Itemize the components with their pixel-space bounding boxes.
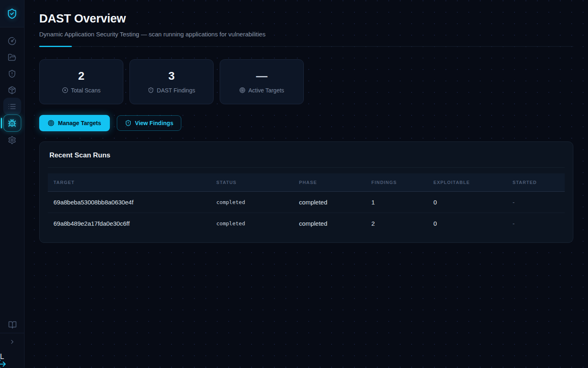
sidebar-item-docs[interactable]: [0, 316, 24, 333]
table-row[interactable]: 69a8b489e2a17fda0e30c6ff completed compl…: [48, 213, 565, 234]
sidebar-item-dashboard[interactable]: [0, 33, 24, 49]
stats-row: 2 Total Scans 3 DAST Findings —: [39, 59, 573, 104]
main-content: DAST Overview Dynamic Application Securi…: [24, 0, 588, 368]
sidebar-item-projects[interactable]: [0, 49, 24, 65]
column-header-started: Started: [507, 173, 565, 191]
sidebar-item-settings[interactable]: [0, 132, 24, 148]
cell-findings: 1: [366, 191, 428, 213]
sidebar-item-box: [3, 114, 21, 132]
column-header-status: Status: [211, 173, 294, 191]
sidebar: L: [0, 0, 24, 368]
target-icon: [239, 87, 245, 93]
view-findings-button[interactable]: View Findings: [117, 115, 182, 131]
cell-findings: 2: [366, 213, 428, 234]
manage-targets-label: Manage Targets: [58, 120, 101, 126]
panel-title: Recent Scan Runs: [48, 142, 565, 168]
bug-icon: [8, 119, 16, 128]
folder-icon: [8, 53, 16, 62]
active-indicator-bar: [1, 118, 2, 128]
logout-button[interactable]: [0, 359, 7, 368]
chevron-right-icon: [9, 339, 16, 345]
sidebar-item-dast[interactable]: [0, 114, 24, 132]
scan-runs-table: Target Status Phase Findings Exploitable…: [48, 173, 565, 234]
recent-scan-runs-panel: Recent Scan Runs Target Status Phase Fin…: [39, 141, 573, 243]
stat-label: Active Targets: [239, 87, 284, 94]
target-icon: [48, 120, 54, 126]
shield-alert-icon: [148, 87, 154, 93]
cell-started: -: [507, 191, 565, 213]
page-title: DAST Overview: [39, 0, 573, 25]
sidebar-item-box: [3, 98, 21, 115]
stat-value: 3: [168, 70, 175, 82]
stat-label: Total Scans: [62, 87, 100, 94]
shield-check-icon: [7, 8, 18, 19]
cell-phase: completed: [293, 213, 365, 234]
sidebar-item-packages[interactable]: [0, 82, 24, 98]
stat-label: DAST Findings: [148, 87, 195, 94]
actions-row: Manage Targets View Findings: [39, 115, 573, 131]
column-header-phase: Phase: [293, 173, 365, 191]
cell-status: completed: [211, 213, 294, 234]
app-logo[interactable]: [0, 0, 24, 27]
gauge-icon: [8, 37, 16, 45]
sidebar-item-scan-list[interactable]: [0, 98, 24, 114]
table-row[interactable]: 69a8beba53008bb8a0630e4f completed compl…: [48, 191, 565, 213]
sidebar-collapse-toggle[interactable]: [0, 334, 24, 350]
cell-started: -: [507, 213, 565, 234]
page-subtitle: Dynamic Application Security Testing — s…: [39, 31, 573, 38]
cell-phase: completed: [293, 191, 365, 213]
cell-target: 69a8beba53008bb8a0630e4f: [48, 191, 211, 213]
column-header-findings: Findings: [366, 173, 428, 191]
stat-label-text: DAST Findings: [157, 87, 195, 94]
column-header-exploitable: Exploitable: [428, 173, 507, 191]
cell-exploitable: 0: [428, 213, 507, 234]
gear-icon: [8, 136, 16, 144]
header-divider: [39, 46, 573, 47]
cell-target: 69a8b489e2a17fda0e30c6ff: [48, 213, 211, 234]
stat-value: —: [256, 70, 267, 82]
stat-card-active-targets: — Active Targets: [220, 59, 304, 104]
table-header-row: Target Status Phase Findings Exploitable…: [48, 173, 565, 191]
play-circle-icon: [62, 87, 68, 93]
stat-label-text: Active Targets: [248, 87, 284, 94]
book-open-icon: [8, 321, 17, 329]
stat-label-text: Total Scans: [71, 87, 100, 94]
cell-exploitable: 0: [428, 191, 507, 213]
package-icon: [8, 86, 16, 94]
scan-runs-table-wrap: Target Status Phase Findings Exploitable…: [40, 168, 573, 242]
manage-targets-button[interactable]: Manage Targets: [39, 115, 110, 131]
column-header-target: Target: [48, 173, 211, 191]
sidebar-nav: [0, 27, 24, 148]
stat-card-dast-findings: 3 DAST Findings: [129, 59, 214, 104]
stat-card-total-scans: 2 Total Scans: [39, 59, 123, 104]
shield-alert-icon: [8, 70, 16, 78]
stat-value: 2: [78, 70, 85, 82]
cell-status: completed: [211, 191, 294, 213]
shield-alert-icon: [125, 120, 131, 126]
view-findings-label: View Findings: [135, 120, 174, 126]
list-icon: [8, 102, 16, 111]
sidebar-item-vulnerabilities[interactable]: [0, 65, 24, 82]
sidebar-footer-divider: [0, 333, 24, 333]
log-out-icon: [0, 359, 7, 368]
